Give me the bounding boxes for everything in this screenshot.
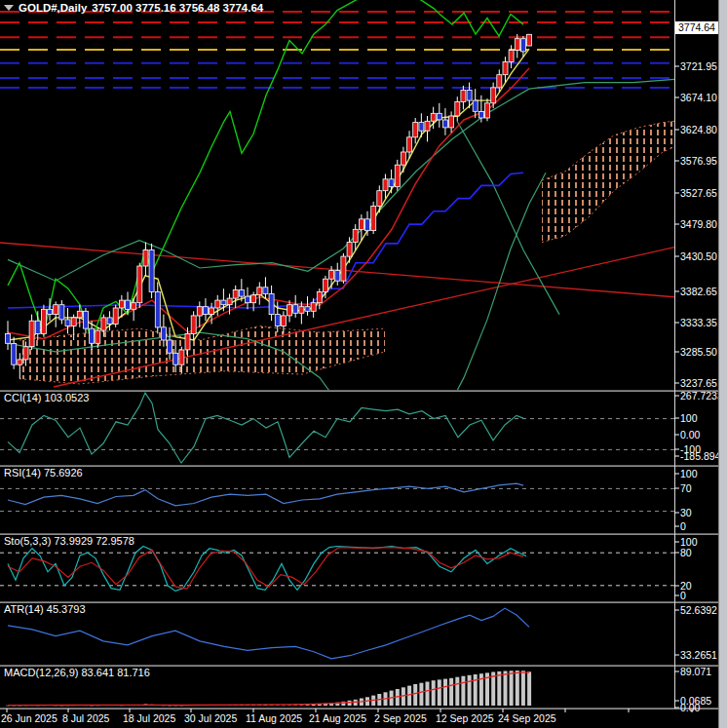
pane-divider xyxy=(0,466,719,467)
rsi-line xyxy=(8,483,523,506)
atr-line xyxy=(8,608,529,659)
atr-pane xyxy=(8,608,529,659)
indicator-label-rsi: RSI(14) 75.6926 xyxy=(4,467,83,479)
time-axis[interactable] xyxy=(0,709,719,728)
sto-pane xyxy=(0,547,674,592)
symbol-timeframe-label: GOLD#,Daily xyxy=(19,2,87,14)
cci-pane xyxy=(0,393,674,463)
overlay-ma-yellow xyxy=(8,49,529,340)
indicator-label-atr: ATR(14) 45.3793 xyxy=(4,603,86,615)
rsi-pane xyxy=(0,483,674,511)
ohlc-values-label: 3757.00 3775.16 3756.48 3774.64 xyxy=(92,2,263,14)
current-price-tag: 3774.64 xyxy=(675,21,722,34)
price-scale[interactable] xyxy=(674,0,719,709)
indicator-label-sto: Sto(5,3,3) 73.9929 72.9578 xyxy=(4,535,134,547)
chart-canvas[interactable] xyxy=(0,0,727,728)
symbol-dropdown-icon[interactable] xyxy=(4,5,14,11)
pane-divider xyxy=(0,602,719,603)
main-pane xyxy=(0,0,677,457)
indicator-label-macd: MACD(12,26,9) 83.641 81.716 xyxy=(4,667,150,678)
indicator-label-cci: CCI(14) 103.0523 xyxy=(4,392,89,403)
chart-title: GOLD#,Daily 3757.00 3775.16 3756.48 3774… xyxy=(4,2,263,14)
scrollbar[interactable] xyxy=(718,0,727,728)
pane-divider xyxy=(0,391,719,392)
overlay-ma-red xyxy=(8,68,529,339)
trading-chart-window: 3721.953674.103624.803576.953527.653479.… xyxy=(0,0,727,728)
